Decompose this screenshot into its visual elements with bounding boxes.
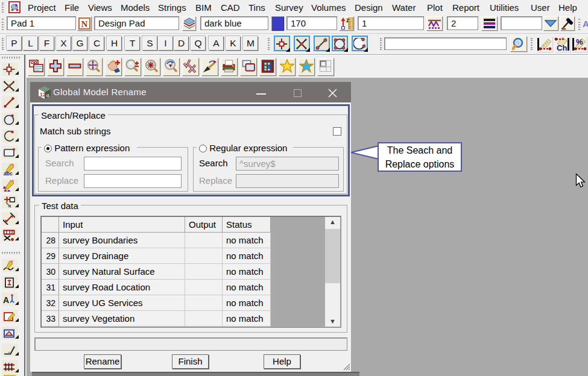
svg-text:12: 12 [40,92,46,98]
svg-text:d: d [46,93,49,98]
